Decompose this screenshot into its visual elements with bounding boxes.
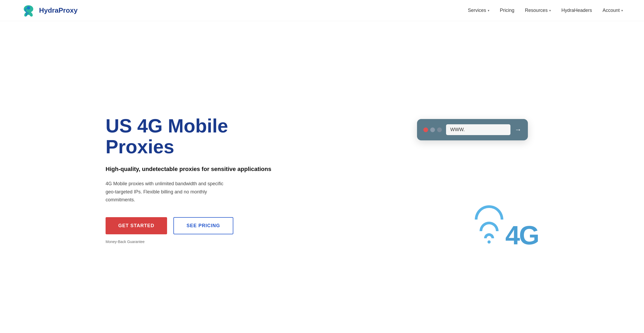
- chevron-down-icon: ▾: [621, 9, 623, 12]
- get-started-button[interactable]: GET STARTED: [106, 217, 167, 234]
- chevron-down-icon: ▾: [549, 9, 551, 12]
- navbar: HydraProxy Services ▾ Pricing Resources …: [0, 0, 644, 21]
- nav-item-services[interactable]: Services ▾: [468, 8, 489, 13]
- signal-arcs: [475, 205, 503, 248]
- browser-mockup: WWW. →: [417, 119, 528, 140]
- signal-illustration: 4G: [475, 205, 538, 248]
- hero-visual: WWW. → 4G: [290, 111, 538, 248]
- 4g-text: 4G: [505, 222, 538, 248]
- nav-links: Services ▾ Pricing Resources ▾ HydraHead…: [468, 8, 623, 13]
- see-pricing-button[interactable]: SEE PRICING: [173, 217, 233, 234]
- dot-gray1: [430, 127, 435, 132]
- nav-item-account[interactable]: Account ▾: [603, 8, 623, 13]
- chevron-down-icon: ▾: [488, 9, 489, 12]
- signal-arc-small: [484, 233, 494, 238]
- signal-arc-large: [475, 205, 503, 220]
- hero-buttons: GET STARTED SEE PRICING: [106, 217, 290, 234]
- nav-item-resources[interactable]: Resources ▾: [525, 8, 551, 13]
- dot-red: [423, 127, 428, 132]
- signal-dot: [487, 240, 491, 244]
- dot-gray2: [437, 127, 442, 132]
- browser-arrow-icon: →: [515, 126, 522, 134]
- signal-arc-medium: [480, 222, 499, 231]
- money-back-label: Money-Back Guarantee: [106, 240, 290, 244]
- hero-section: US 4G Mobile Proxies High-quality, undet…: [84, 21, 560, 333]
- hero-content: US 4G Mobile Proxies High-quality, undet…: [106, 116, 290, 244]
- logo-text: HydraProxy: [39, 6, 78, 15]
- browser-url: WWW.: [446, 124, 510, 135]
- hero-description: 4G Mobile proxies with unlimited bandwid…: [106, 180, 232, 204]
- browser-dots: [423, 127, 442, 132]
- hero-subtitle: High-quality, undetectable proxies for s…: [106, 165, 290, 173]
- logo-icon: [21, 3, 36, 18]
- logo-link[interactable]: HydraProxy: [21, 3, 78, 18]
- hero-title: US 4G Mobile Proxies: [106, 116, 290, 157]
- nav-item-pricing[interactable]: Pricing: [500, 8, 514, 13]
- nav-item-hydraheaders[interactable]: HydraHeaders: [561, 8, 592, 13]
